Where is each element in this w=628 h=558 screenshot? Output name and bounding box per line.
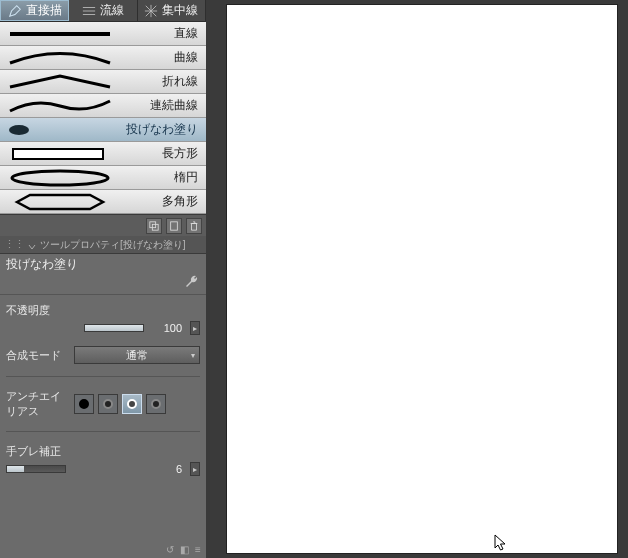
blend-mode-row: 合成モード 通常 ▾ bbox=[6, 346, 200, 364]
tab-focus-lines[interactable]: 集中線 bbox=[138, 0, 206, 21]
tool-property-panel: ⋮⋮ ツールプロパティ[投げなわ塗り] 投げなわ塗り 不透明度 bbox=[0, 236, 206, 558]
subtool-label: 長方形 bbox=[120, 145, 206, 162]
canvas[interactable] bbox=[226, 4, 618, 554]
blend-label: 合成モード bbox=[6, 348, 68, 363]
antialias-row: アンチエイリアス bbox=[6, 389, 200, 419]
subtool-group-tabs: 直接描 流線 集中線 bbox=[0, 0, 206, 22]
stabilize-label: 手ブレ補正 bbox=[6, 444, 68, 459]
antialias-weak[interactable] bbox=[98, 394, 118, 414]
subtool-label: 曲線 bbox=[120, 49, 206, 66]
stabilize-stepper[interactable]: ▸ bbox=[190, 462, 200, 476]
reset-icon[interactable]: ↺ bbox=[164, 543, 176, 555]
svg-point-1 bbox=[9, 125, 29, 135]
stabilize-value[interactable]: 6 bbox=[150, 461, 184, 477]
tab-stream-lines[interactable]: 流線 bbox=[69, 0, 137, 21]
subtool-label: 直線 bbox=[120, 25, 206, 42]
subtool-lasso-fill[interactable]: 投げなわ塗り bbox=[0, 118, 206, 142]
svg-point-3 bbox=[12, 171, 108, 185]
blend-value: 通常 bbox=[126, 348, 148, 363]
panel-bottom-icons: ↺ ◧ ≡ bbox=[0, 542, 206, 558]
subtool-list: 直線 曲線 折れ線 連続曲線 投げなわ塗り 長方形 bbox=[0, 22, 206, 214]
preview-icon bbox=[0, 191, 120, 213]
antialias-options bbox=[74, 394, 166, 414]
subtool-rectangle[interactable]: 長方形 bbox=[0, 142, 206, 166]
mouse-cursor-icon bbox=[494, 534, 508, 552]
preview-icon bbox=[0, 71, 120, 93]
opacity-value[interactable]: 100 bbox=[150, 320, 184, 336]
canvas-area bbox=[206, 0, 628, 558]
wrench-icon[interactable] bbox=[184, 274, 200, 290]
preview-icon bbox=[0, 167, 120, 189]
antialias-strong[interactable] bbox=[146, 394, 166, 414]
tool-name-row: 投げなわ塗り bbox=[0, 254, 206, 274]
preview-icon bbox=[0, 143, 120, 165]
caret-icon bbox=[28, 241, 36, 249]
subtool-polyline[interactable]: 折れ線 bbox=[0, 70, 206, 94]
blend-mode-dropdown[interactable]: 通常 ▾ bbox=[74, 346, 200, 364]
antialias-label: アンチエイリアス bbox=[6, 389, 68, 419]
copy-subtool-button[interactable] bbox=[146, 218, 162, 234]
subtool-label: 連続曲線 bbox=[120, 97, 206, 114]
new-subtool-button[interactable] bbox=[166, 218, 182, 234]
subtool-label: 楕円 bbox=[120, 169, 206, 186]
subtool-label: 折れ線 bbox=[120, 73, 206, 90]
register-icon[interactable]: ◧ bbox=[178, 543, 190, 555]
subtool-polygon[interactable]: 多角形 bbox=[0, 190, 206, 214]
stabilize-slider[interactable] bbox=[6, 465, 66, 473]
stabilize-row: 手ブレ補正 6 ▸ bbox=[6, 444, 200, 477]
chevron-down-icon: ▾ bbox=[191, 351, 195, 360]
tab-label: 流線 bbox=[100, 2, 124, 19]
focus-lines-icon bbox=[144, 4, 158, 18]
subtool-line[interactable]: 直線 bbox=[0, 22, 206, 46]
preview-icon bbox=[0, 119, 120, 141]
opacity-stepper[interactable]: ▸ bbox=[190, 321, 200, 335]
opacity-slider[interactable] bbox=[84, 324, 144, 332]
menu-icon[interactable]: ≡ bbox=[192, 543, 204, 555]
svg-rect-6 bbox=[171, 221, 178, 229]
antialias-none[interactable] bbox=[74, 394, 94, 414]
subtool-ellipse[interactable]: 楕円 bbox=[0, 166, 206, 190]
antialias-mid[interactable] bbox=[122, 394, 142, 414]
stream-lines-icon bbox=[82, 4, 96, 18]
grip-icon: ⋮⋮ bbox=[4, 238, 24, 251]
panel-header-title: ツールプロパティ[投げなわ塗り] bbox=[40, 238, 186, 252]
tab-label: 直接描 bbox=[26, 2, 62, 19]
delete-subtool-button[interactable] bbox=[186, 218, 202, 234]
subtool-curve[interactable]: 曲線 bbox=[0, 46, 206, 70]
subtool-label: 多角形 bbox=[120, 193, 206, 210]
settings-row bbox=[0, 274, 206, 292]
preview-icon bbox=[0, 23, 120, 45]
pencil-icon bbox=[8, 4, 22, 18]
tool-name: 投げなわ塗り bbox=[6, 256, 78, 273]
preview-icon bbox=[0, 95, 120, 117]
subtool-label: 投げなわ塗り bbox=[120, 121, 206, 138]
opacity-label: 不透明度 bbox=[6, 303, 68, 318]
subtool-toolbar bbox=[0, 214, 206, 236]
tab-direct-draw[interactable]: 直接描 bbox=[0, 0, 69, 21]
panel-header[interactable]: ⋮⋮ ツールプロパティ[投げなわ塗り] bbox=[0, 236, 206, 254]
subtool-continuous-curve[interactable]: 連続曲線 bbox=[0, 94, 206, 118]
tab-label: 集中線 bbox=[162, 2, 198, 19]
opacity-row: 不透明度 100 ▸ bbox=[6, 303, 200, 336]
preview-icon bbox=[0, 47, 120, 69]
svg-rect-2 bbox=[13, 149, 103, 159]
